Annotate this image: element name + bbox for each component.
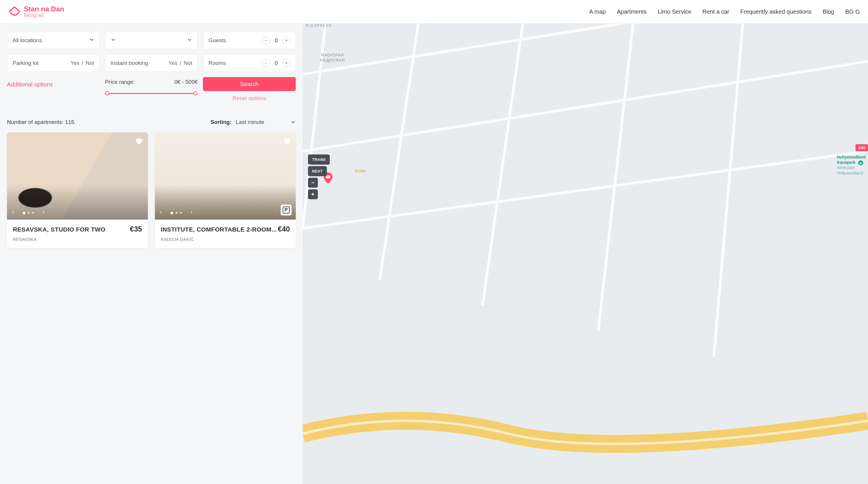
- instant-yes[interactable]: Yes: [168, 60, 177, 66]
- guests-value: 0: [274, 37, 279, 44]
- cards-grid: RESAVSKA, STUDIO FOR TWO €35 RESAVSKA P: [7, 132, 296, 248]
- listing-subtitle: RADOJA DAKIĆ: [161, 237, 290, 242]
- logo-text-1: Stan na Dan: [24, 5, 64, 12]
- listing-title: RESAVSKA, STUDIO FOR TWO: [13, 226, 105, 233]
- dates-select[interactable]: [105, 32, 198, 49]
- carousel-next[interactable]: [189, 210, 193, 216]
- price-value: 0€ - 500€: [174, 79, 198, 85]
- instant-label: Instant booking: [111, 60, 148, 66]
- rooms-increment[interactable]: +: [283, 59, 290, 67]
- guests-stepper: Guests − 0 +: [203, 32, 296, 49]
- results-bar: Number of apartments: 115 Sorting: Last …: [7, 119, 296, 125]
- carousel-dot[interactable]: [180, 212, 182, 214]
- parking-toggle: Parking lot Yes / Not: [7, 54, 100, 72]
- rooms-label: Rooms: [209, 60, 226, 66]
- sort-label: Sorting:: [211, 119, 232, 125]
- locations-select[interactable]: All locations: [7, 32, 100, 49]
- nav-bg[interactable]: BG G: [845, 8, 860, 15]
- heart-icon[interactable]: [282, 136, 292, 147]
- nav-apartments[interactable]: Apartments: [617, 8, 647, 15]
- search-button[interactable]: Search: [203, 77, 296, 91]
- reset-options-link[interactable]: Reset options: [203, 95, 296, 101]
- carousel-next[interactable]: [42, 210, 46, 216]
- parking-yes[interactable]: Yes: [70, 60, 80, 66]
- sort-select[interactable]: Last minute: [236, 119, 296, 125]
- map-canvas[interactable]: [303, 24, 868, 484]
- map-label-radiofar: RADIOFAR РАДИОФАР: [320, 53, 345, 63]
- results-count: Number of apartments: 115: [7, 119, 74, 125]
- price-label: Price range:: [105, 79, 135, 85]
- listing-card[interactable]: RESAVSKA, STUDIO FOR TWO €35 RESAVSKA: [7, 132, 148, 248]
- primary-nav: A map Apartments Limo Service Rent a car…: [589, 8, 860, 15]
- chevron-down-icon: [111, 37, 116, 44]
- parking-not[interactable]: Not: [86, 60, 94, 66]
- svg-rect-3: [328, 176, 329, 176]
- carousel-dot[interactable]: [32, 212, 34, 214]
- listing-subtitle: RESAVSKA: [13, 237, 142, 242]
- instant-toggle: Instant booking Yes / Not: [105, 54, 198, 72]
- map-label-plexpress: PLEXPRESS: [306, 24, 332, 28]
- listing-title: INSTITUTE, COMFORTABLE 2-ROOM...: [161, 226, 277, 233]
- carousel-prev[interactable]: [11, 210, 15, 216]
- price-range: Price range: 0€ - 500€: [105, 77, 198, 101]
- map-zoom-in[interactable]: +: [308, 189, 318, 199]
- carousel-dot[interactable]: [28, 212, 30, 214]
- carousel-controls: [11, 210, 46, 216]
- svg-rect-2: [327, 176, 328, 176]
- listing-price: €40: [278, 225, 290, 233]
- map-trans-button[interactable]: TRANS: [308, 155, 330, 165]
- price-slider[interactable]: [105, 91, 198, 96]
- rooms-decrement[interactable]: −: [262, 59, 270, 67]
- logo-icon: [8, 6, 21, 18]
- chevron-down-icon: [187, 37, 192, 44]
- nav-limo[interactable]: Limo Service: [657, 8, 691, 15]
- nav-faq[interactable]: Frequently asked questions: [740, 8, 811, 15]
- map-zoom-out[interactable]: −: [308, 178, 318, 188]
- nav-blog[interactable]: Blog: [823, 8, 834, 15]
- guests-decrement[interactable]: −: [262, 37, 270, 44]
- rooms-stepper: Rooms − 0 +: [203, 54, 296, 72]
- rooms-value: 0: [274, 60, 279, 66]
- heart-icon[interactable]: [134, 136, 144, 147]
- filter-grid: All locations Guests − 0 +: [7, 32, 296, 101]
- map-next-button[interactable]: NEXT: [308, 166, 327, 176]
- chevron-down-icon: [290, 120, 296, 125]
- sort-control: Sorting: Last minute: [211, 119, 296, 125]
- carousel-dot[interactable]: [170, 212, 173, 214]
- listing-image: P: [155, 132, 296, 220]
- chevron-down-icon: [89, 37, 94, 44]
- locations-label: All locations: [12, 37, 42, 44]
- carousel-dot[interactable]: [176, 212, 178, 214]
- listing-card[interactable]: P INSTITUTE, COMFORTABLE 2-RO: [155, 132, 296, 248]
- additional-options-link[interactable]: Additional options: [7, 77, 100, 101]
- carousel-dot[interactable]: [23, 212, 25, 214]
- map-panel[interactable]: PLEXPRESS RADIOFAR РАДИОФАР Hollywoodlan…: [303, 24, 868, 484]
- parking-label: Parking lot: [12, 60, 39, 66]
- listings-panel: All locations Guests − 0 +: [0, 24, 303, 484]
- nav-map[interactable]: A map: [589, 8, 606, 15]
- carousel-controls: [159, 210, 193, 216]
- map-road-label: R153a: [355, 169, 365, 173]
- guests-label: Guests: [209, 37, 226, 44]
- logo[interactable]: Stan na Dan Beograd: [8, 5, 64, 18]
- nav-rent[interactable]: Rent a car: [702, 8, 729, 15]
- svg-rect-1: [326, 175, 330, 178]
- park-marker-icon: [858, 160, 864, 166]
- site-header: Stan na Dan Beograd A map Apartments Lim…: [0, 0, 868, 24]
- listing-price: €35: [130, 225, 142, 233]
- logo-text-2: Beograd: [24, 12, 64, 18]
- instant-not[interactable]: Not: [184, 60, 192, 66]
- carousel-prev[interactable]: [159, 210, 163, 216]
- map-price-pin[interactable]: €40: [856, 144, 868, 151]
- parking-badge: P: [281, 204, 292, 216]
- guests-increment[interactable]: +: [283, 37, 290, 44]
- listing-image: [7, 132, 148, 220]
